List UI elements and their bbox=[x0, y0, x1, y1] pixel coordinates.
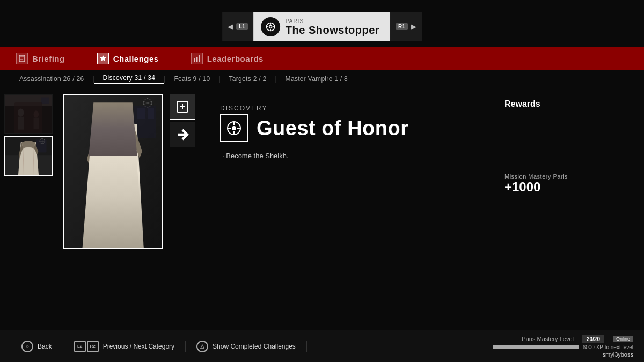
svg-rect-31 bbox=[148, 108, 154, 119]
mission-text: Paris The Showstopper bbox=[286, 18, 379, 36]
svg-marker-37 bbox=[111, 157, 117, 167]
mastery-section: Paris Mastery Level 20/20 Online 6000 XP… bbox=[493, 335, 633, 358]
challenge-category: Discovery bbox=[220, 105, 472, 112]
svg-marker-36 bbox=[111, 149, 117, 159]
svg-point-1 bbox=[269, 26, 272, 28]
mastery-online: Online bbox=[613, 336, 633, 342]
challenges-icon bbox=[97, 53, 109, 64]
mission-icon bbox=[261, 17, 280, 36]
main-image-container bbox=[59, 88, 166, 330]
rewards-panel: Rewards Mission Mastery Paris +1000 bbox=[494, 88, 644, 330]
mastery-bar-fill bbox=[493, 345, 579, 349]
show-completed-label: Show Completed Challenges bbox=[213, 343, 296, 350]
filter-assassination[interactable]: Assassination 26 / 26 bbox=[11, 75, 92, 83]
thumbnails-panel bbox=[0, 88, 59, 330]
figure-background bbox=[64, 95, 162, 248]
briefing-icon bbox=[16, 53, 28, 64]
filter-targets[interactable]: Targets 2 / 2 bbox=[221, 75, 275, 83]
svg-rect-20 bbox=[41, 97, 49, 103]
back-label: Back bbox=[38, 343, 52, 350]
svg-point-17 bbox=[34, 110, 39, 117]
r1-badge: R1 bbox=[396, 23, 408, 30]
mastery-level: 20/20 bbox=[582, 335, 604, 343]
svg-rect-30 bbox=[137, 108, 145, 119]
leaderboards-label: Leaderboards bbox=[207, 54, 264, 63]
category-icon-active[interactable] bbox=[170, 94, 195, 120]
l2-icon: L2 bbox=[74, 341, 86, 352]
r2-icon: R2 bbox=[87, 341, 99, 352]
back-action[interactable]: ○ Back bbox=[11, 341, 63, 352]
right-arrow-icon: ▶ bbox=[411, 23, 416, 31]
rewards-title: Rewards bbox=[504, 99, 633, 109]
svg-rect-10 bbox=[194, 58, 195, 62]
prevnext-label: Previous / Next Category bbox=[103, 343, 174, 350]
main-challenge-image bbox=[63, 94, 163, 249]
svg-line-42 bbox=[89, 205, 90, 211]
prev-mission-button[interactable]: ◀ L1 bbox=[222, 12, 253, 41]
thumbnail-1[interactable] bbox=[4, 94, 53, 134]
filter-master-vampire[interactable]: Master Vampire 1 / 8 bbox=[277, 75, 356, 83]
show-completed-action[interactable]: △ Show Completed Challenges bbox=[186, 341, 307, 352]
tab-briefing[interactable]: Briefing bbox=[0, 47, 81, 70]
svg-point-47 bbox=[232, 127, 236, 130]
bottom-bar: ○ Back L2 R2 Previous / Next Category △ … bbox=[0, 330, 644, 362]
challenge-title-icon bbox=[220, 114, 248, 142]
challenge-title-row: Guest of Honor bbox=[220, 114, 472, 142]
filter-discovery[interactable]: Discovery 31 / 34 bbox=[94, 74, 164, 84]
mastery-bar bbox=[493, 345, 579, 349]
back-button-icon: ○ bbox=[21, 341, 33, 352]
challenge-detail: Discovery Guest of Honor Become the Shei… bbox=[199, 88, 494, 330]
reward-mastery-value: +1000 bbox=[504, 180, 633, 195]
nav-tabs: Briefing Challenges Leaderboards bbox=[0, 47, 644, 70]
mission-location: Paris bbox=[286, 18, 379, 24]
svg-rect-16 bbox=[18, 117, 24, 130]
svg-rect-14 bbox=[5, 105, 52, 134]
briefing-label: Briefing bbox=[32, 54, 65, 63]
mastery-xp: 6000 XP to next level bbox=[583, 344, 633, 350]
mastery-title: Paris Mastery Level bbox=[522, 336, 574, 342]
filter-bar: Assassination 26 / 26 | Discovery 31 / 3… bbox=[0, 70, 644, 88]
mastery-bar-row: 6000 XP to next level bbox=[493, 344, 633, 350]
reward-item: Mission Mastery Paris +1000 bbox=[504, 173, 633, 195]
thumbnail-2[interactable] bbox=[4, 136, 53, 176]
reward-mastery-label: Mission Mastery Paris bbox=[504, 173, 633, 180]
triangle-button-icon: △ bbox=[196, 341, 208, 352]
l1-badge: L1 bbox=[236, 23, 248, 30]
next-challenge-arrow[interactable] bbox=[170, 122, 195, 147]
tab-challenges[interactable]: Challenges bbox=[81, 47, 175, 70]
challenges-label: Challenges bbox=[113, 54, 159, 63]
svg-point-39 bbox=[89, 201, 93, 207]
prevnext-action[interactable]: L2 R2 Previous / Next Category bbox=[63, 341, 186, 352]
leaderboards-icon bbox=[191, 53, 203, 64]
filter-feats[interactable]: Feats 9 / 10 bbox=[165, 75, 218, 83]
svg-rect-12 bbox=[199, 55, 200, 62]
mission-name: The Showstopper bbox=[286, 24, 379, 36]
next-mission-button[interactable]: R1 ▶ bbox=[390, 12, 422, 41]
challenge-objective: Become the Sheikh. bbox=[222, 152, 472, 160]
mission-card: Paris The Showstopper bbox=[253, 12, 390, 41]
svg-line-38 bbox=[91, 138, 100, 202]
icons-panel bbox=[166, 88, 199, 330]
thumbnail-2-image bbox=[5, 137, 52, 175]
mastery-header: Paris Mastery Level 20/20 Online bbox=[522, 335, 633, 343]
svg-rect-11 bbox=[196, 57, 197, 62]
main-content: Discovery Guest of Honor Become the Shei… bbox=[0, 88, 644, 330]
tab-leaderboards[interactable]: Leaderboards bbox=[175, 47, 280, 70]
thumbnail-1-image bbox=[5, 95, 52, 133]
mission-nav: ◀ L1 Paris The Showstopper R1 ▶ bbox=[222, 12, 422, 41]
challenge-title: Guest of Honor bbox=[257, 117, 409, 140]
username: smyl3yboss bbox=[603, 351, 633, 358]
svg-point-15 bbox=[18, 108, 24, 116]
svg-rect-18 bbox=[34, 118, 39, 129]
left-arrow-icon: ◀ bbox=[228, 23, 233, 31]
